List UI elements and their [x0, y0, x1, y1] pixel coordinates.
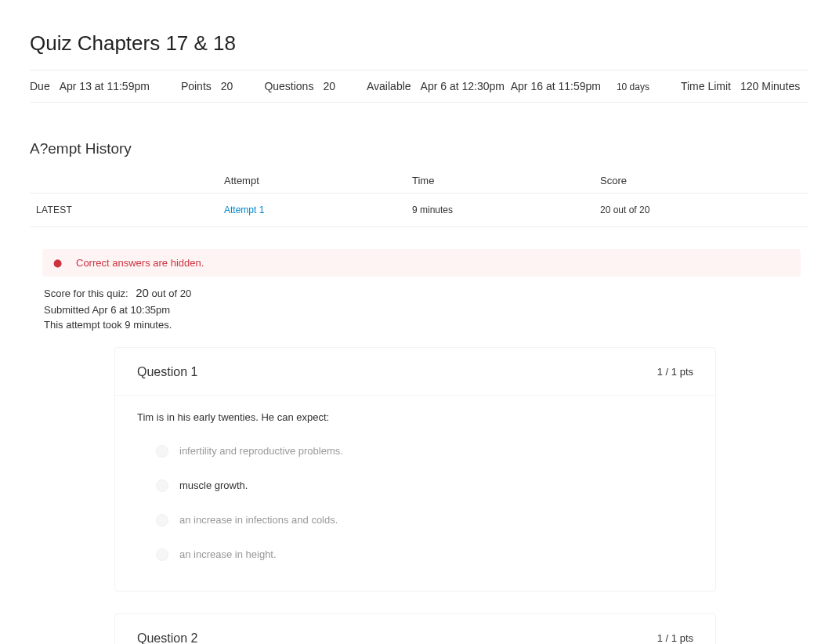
quiz-meta-row: Due Apr 13 at 11:59pm Points 20 Question…: [30, 70, 808, 103]
question-card-2: Question 2 1 / 1 pts: [114, 613, 716, 645]
score-summary: Score for this quiz: 20 out of 20 Submit…: [44, 284, 808, 333]
question-text: Tim is in his early twenties. He can exp…: [137, 411, 693, 423]
meta-points-label: Points: [181, 80, 212, 92]
question-number: Question 1: [137, 365, 197, 379]
score-value: 20: [136, 286, 149, 299]
question-points: 1 / 1 pts: [657, 366, 693, 378]
meta-points-value: 20: [221, 80, 233, 92]
answer-option: infertility and reproductive problems.: [137, 445, 693, 458]
radio-icon: [156, 548, 168, 561]
radio-icon: [156, 479, 168, 492]
question-points: 1 / 1 pts: [657, 632, 693, 644]
score-label: Score for this quiz:: [44, 288, 128, 299]
answer-option: muscle growth.: [137, 479, 693, 492]
score-suffix: out of 20: [152, 288, 192, 299]
meta-available-days: 10 days: [617, 81, 649, 92]
alert-text: Correct answers are hidden.: [76, 257, 204, 269]
duration-text: This attempt took 9 minutes.: [44, 317, 808, 333]
table-header-score: Score: [594, 168, 808, 194]
question-header: Question 1 1 / 1 pts: [115, 348, 715, 395]
meta-available-label: Available: [367, 80, 411, 92]
answer-text: an increase in height.: [179, 548, 277, 560]
table-row: LATEST Attempt 1 9 minutes 20 out of 20: [30, 194, 808, 227]
warning-icon: ⬤: [53, 259, 62, 267]
radio-icon: [156, 514, 168, 526]
answer-text: an increase in infections and colds.: [179, 514, 338, 526]
meta-questions-label: Questions: [264, 80, 313, 92]
meta-points: Points 20: [181, 80, 233, 92]
meta-due: Due Apr 13 at 11:59pm: [30, 80, 150, 92]
meta-available: Available Apr 6 at 12:30pm Apr 16 at 11:…: [367, 80, 649, 92]
attempt-score: 20 out of 20: [594, 194, 808, 227]
meta-due-label: Due: [30, 80, 50, 92]
answer-text: muscle growth.: [179, 479, 248, 491]
latest-label: LATEST: [36, 204, 72, 215]
question-body: Tim is in his early twenties. He can exp…: [115, 395, 715, 591]
meta-available-start: Apr 6 at 12:30pm: [421, 80, 505, 92]
meta-due-value: Apr 13 at 11:59pm: [60, 80, 150, 92]
answer-option: an increase in height.: [137, 548, 693, 561]
question-card-1: Question 1 1 / 1 pts Tim is in his early…: [114, 347, 716, 592]
meta-available-end: Apr 16 at 11:59pm: [511, 80, 601, 92]
meta-time-limit-label: Time Limit: [681, 80, 731, 92]
meta-questions-value: 20: [323, 80, 335, 92]
quiz-title: Quiz Chapters 17 & 18: [30, 31, 808, 56]
alert-hidden-answers: ⬤ Correct answers are hidden.: [42, 249, 801, 277]
attempt-link[interactable]: Attempt 1: [224, 204, 264, 215]
answer-option: an increase in infections and colds.: [137, 514, 693, 526]
table-header-time: Time: [406, 168, 594, 194]
question-header: Question 2 1 / 1 pts: [115, 614, 715, 645]
submitted-text: Submitted Apr 6 at 10:35pm: [44, 302, 808, 318]
attempt-history-table: Attempt Time Score LATEST Attempt 1 9 mi…: [30, 168, 808, 227]
meta-time-limit: Time Limit 120 Minutes: [681, 80, 800, 92]
attempt-time: 9 minutes: [406, 194, 594, 227]
table-header-attempt: Attempt: [218, 168, 406, 194]
attempt-history-heading: A?empt History: [30, 140, 808, 157]
meta-questions: Questions 20: [264, 80, 335, 92]
table-header-blank: [30, 168, 218, 194]
answer-text: infertility and reproductive problems.: [179, 445, 343, 457]
question-number: Question 2: [137, 631, 197, 645]
radio-icon: [156, 445, 168, 458]
meta-time-limit-value: 120 Minutes: [740, 80, 800, 92]
